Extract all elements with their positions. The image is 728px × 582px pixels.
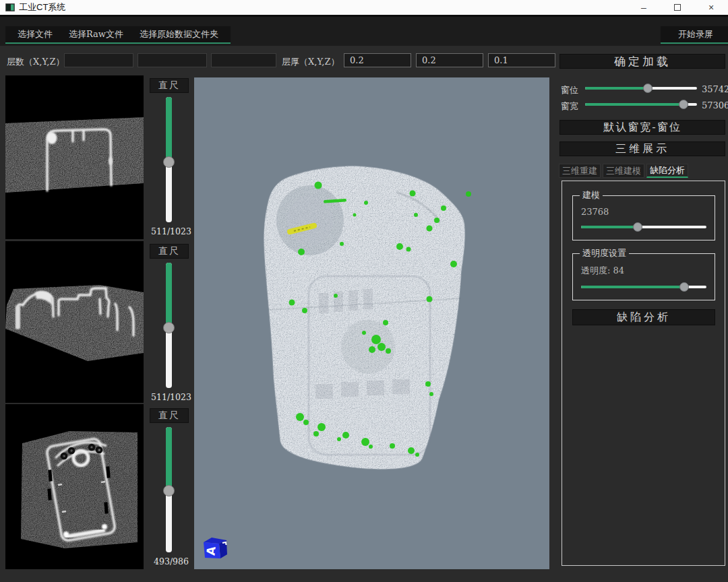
tab-defect-analysis[interactable]: 缺陷分析 (646, 164, 688, 178)
ct-slice-image-2 (5, 241, 144, 403)
slice-slider-block-3: 直尺 493/986 (150, 406, 193, 569)
ct-volume-render (194, 77, 549, 569)
select-file-button[interactable]: 选择文件 (9, 27, 61, 42)
slice-position-2: 511/1023 (150, 392, 193, 402)
defect-analysis-button[interactable]: 缺陷分析 (572, 309, 715, 325)
layers-y-input[interactable] (138, 53, 207, 67)
ct-slice-view-middle[interactable] (5, 241, 144, 403)
slider-fill (166, 427, 172, 491)
confirm-load-button[interactable]: 确定加载 (559, 54, 725, 69)
window-width-label: 窗宽 (561, 100, 578, 112)
record-screen-button[interactable]: 开始录屏 (661, 26, 728, 44)
select-raw-button[interactable]: 选择Raw文件 (61, 27, 131, 42)
thickness-label: 层厚（X,Y,Z） (282, 56, 339, 68)
window-width-slider[interactable] (585, 100, 697, 109)
maximize-icon (674, 4, 681, 11)
slice-slider-block-1: 直尺 511/1023 (150, 75, 193, 239)
orientation-cube-icon[interactable]: A (200, 534, 229, 561)
window-width-value: 57306 (702, 100, 728, 110)
ct-slice-view-bottom[interactable] (5, 404, 144, 569)
slider-thumb[interactable] (163, 485, 175, 496)
window-level-value: 35742 (702, 84, 728, 94)
industrial-ct-window: 工业CT系统 – × 选择文件 选择Raw文件 选择原始数据文件夹 开始录屏 层… (0, 0, 728, 582)
slider-fill (581, 226, 638, 228)
defect-analysis-panel: 建模 23768 透明度设置 透明度: 84 缺陷分析 (562, 181, 725, 566)
slider-fill (166, 263, 172, 328)
close-button[interactable]: × (694, 0, 728, 15)
thickness-x-input[interactable] (344, 53, 411, 67)
modeling-group: 建模 23768 (572, 189, 715, 240)
ruler-button-2[interactable]: 直尺 (150, 244, 189, 259)
slider-thumb[interactable] (163, 322, 175, 333)
title-bar: 工业CT系统 – × (0, 0, 728, 15)
ct-slice-view-top[interactable] (5, 75, 144, 239)
select-folder-button[interactable]: 选择原始数据文件夹 (131, 27, 226, 42)
ct-slice-image-1 (5, 75, 144, 239)
slice-slider-block-2: 直尺 511/1023 (150, 241, 193, 403)
slider-thumb[interactable] (643, 84, 653, 93)
modeling-slider[interactable] (581, 222, 706, 232)
slice-position-1: 511/1023 (150, 226, 193, 236)
slice-slider-2[interactable] (163, 263, 175, 388)
toolbar-band: 选择文件 选择Raw文件 选择原始数据文件夹 开始录屏 (0, 15, 728, 46)
layers-label: 层数（X,Y,Z） (7, 56, 64, 68)
slider-fill (585, 103, 684, 106)
slider-thumb[interactable] (633, 222, 642, 232)
modeling-group-title: 建模 (580, 189, 603, 201)
thickness-z-input[interactable] (488, 53, 555, 67)
file-toolbar: 选择文件 选择Raw文件 选择原始数据文件夹 (5, 26, 231, 44)
slider-thumb[interactable] (679, 100, 688, 109)
tab-3d-reconstruction[interactable]: 三维重建 (559, 164, 601, 178)
window-level-slider[interactable] (585, 84, 697, 93)
opacity-group-title: 透明度设置 (580, 247, 629, 259)
slider-fill (585, 87, 648, 90)
ruler-button-1[interactable]: 直尺 (150, 78, 189, 93)
maximize-button[interactable] (661, 0, 694, 15)
slider-fill (166, 97, 172, 162)
default-wwwl-button[interactable]: 默认窗宽-窗位 (559, 120, 725, 135)
slice-slider-1[interactable] (163, 97, 175, 222)
opacity-value: 透明度: 84 (581, 265, 708, 277)
layers-x-input[interactable] (64, 53, 133, 67)
thickness-y-input[interactable] (416, 53, 483, 67)
tab-3d-modeling[interactable]: 三维建模 (603, 164, 644, 178)
viewport-3d[interactable]: A (194, 77, 549, 569)
modeling-value: 23768 (581, 207, 708, 217)
app-icon (5, 3, 15, 11)
slider-thumb[interactable] (679, 282, 689, 292)
ct-slice-image-3 (5, 404, 144, 569)
window-title: 工业CT系统 (19, 1, 65, 13)
opacity-group: 透明度设置 透明度: 84 (572, 247, 715, 300)
slice-slider-3[interactable] (163, 427, 175, 552)
layers-z-input[interactable] (211, 53, 276, 67)
slider-thumb[interactable] (163, 156, 175, 168)
window-level-label: 窗位 (561, 84, 578, 96)
opacity-slider[interactable] (581, 282, 706, 292)
slider-fill (581, 286, 684, 288)
slice-position-3: 493/986 (150, 556, 193, 567)
show-3d-button[interactable]: 三维展示 (559, 141, 725, 156)
ruler-button-3[interactable]: 直尺 (150, 408, 189, 423)
minimize-button[interactable]: – (627, 0, 661, 15)
